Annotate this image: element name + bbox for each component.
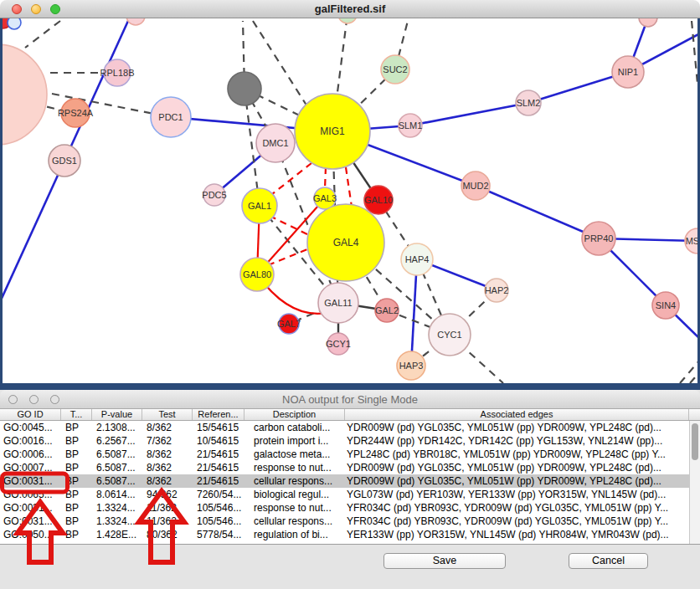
column-header-associated_edges[interactable]: Associated edges (345, 409, 689, 420)
network-border-left (0, 18, 3, 390)
network-edge-blue[interactable] (476, 186, 599, 238)
cell-p_value: 6.5087... (92, 461, 142, 474)
table-row[interactable]: GO:0050...BP1.428E...80/3625778/54...reg… (0, 528, 689, 541)
table-row[interactable]: GO:0065...BP8.0614...94/3627260/54...bio… (0, 488, 689, 501)
cell-associated_edges: YFR034C (pd) YBR093C, YDR009W (pd) YGL03… (345, 501, 689, 515)
cell-associated_edges: YPL248C (pd) YBR018C, YML051W (pp) YDR00… (345, 448, 689, 461)
node-unlabeled[interactable] (126, 18, 145, 25)
cell-p_value: 6.5087... (92, 448, 142, 461)
node-label-pdc1: PDC1 (158, 112, 183, 122)
node-label-mud2: MUD2 (462, 181, 488, 191)
cell-description: biological regul... (244, 488, 345, 501)
network-edge-dash[interactable] (25, 21, 60, 48)
node-label-gal80: GAL80 (243, 269, 271, 279)
node-label-gal3: GAL3 (313, 193, 337, 203)
cell-description: galactose meta... (244, 448, 345, 461)
table-scrollbar[interactable] (689, 421, 700, 544)
scrollbar-thumb[interactable] (692, 423, 698, 460)
app-window: galFiltered.sif RPL18BRPS24AGDS1PDC1DMC1… (0, 0, 700, 589)
window-titlebar: galFiltered.sif (0, 0, 700, 18)
node-unlabeled[interactable] (338, 18, 357, 23)
node-label-gal4: GAL4 (333, 237, 359, 248)
node-label-rps24a: RPS24A (58, 108, 94, 118)
cell-go_id: GO:0031... (0, 515, 61, 528)
network-view[interactable]: RPL18BRPS24AGDS1PDC1DMC1MIG1SUC2SLM1SLM2… (0, 18, 700, 383)
save-button[interactable]: Save (383, 553, 506, 569)
cell-type: BP (61, 528, 92, 541)
column-header-reference[interactable]: Referen... (193, 409, 244, 420)
cell-type: BP (61, 461, 92, 474)
column-header-description[interactable]: Desciption (244, 409, 345, 420)
table-row[interactable]: GO:0016...BP6.2567...7/36210/54615protei… (0, 434, 689, 448)
table-row[interactable]: GO:0031...BP1.3324...11/362105/546...cel… (0, 515, 689, 528)
cell-type: BP (61, 474, 92, 488)
node-label-suc2: SUC2 (383, 64, 407, 74)
column-header-p_value[interactable]: P-value (92, 409, 142, 420)
column-header-go_id[interactable]: GO ID (0, 409, 61, 420)
node-label-hap3: HAP3 (399, 361, 424, 371)
node-label-rpl18b: RPL18B (100, 68, 135, 78)
network-svg[interactable]: RPL18BRPS24AGDS1PDC1DMC1MIG1SUC2SLM1SLM2… (0, 18, 700, 383)
cell-go_id: GO:0016... (0, 434, 61, 448)
cell-associated_edges: YGL073W (pd) YER103W, YER133W (pp) YOR31… (345, 488, 689, 501)
cell-associated_edges: YER133W (pp) YOR315W, YNL145W (pd) YHR08… (345, 528, 689, 541)
node-label-hap2: HAP2 (485, 285, 509, 295)
node-unlabeled[interactable] (0, 44, 47, 145)
node-unlabeled[interactable] (639, 18, 657, 27)
cell-go_id: GO:0065... (0, 488, 61, 501)
column-header-type[interactable]: T... (61, 409, 92, 420)
table-row[interactable]: GO:0007...BP6.5087...8/36221/54615respon… (0, 461, 689, 474)
cell-p_value: 1.3324... (92, 501, 142, 515)
node-label-gal10: GAL10 (364, 195, 393, 205)
cell-go_id: GO:0007... (0, 461, 61, 474)
cell-reference: 21/54615 (193, 448, 244, 461)
table-row[interactable]: GO:0031...BP1.3324...11/362105/546...res… (0, 501, 689, 515)
network-edge-dash[interactable] (692, 21, 697, 84)
noa-footer: Save Cancel (0, 544, 700, 589)
node-label-gal2: GAL2 (375, 305, 399, 315)
cell-p_value: 2.1308... (92, 421, 142, 434)
cancel-button[interactable]: Cancel (569, 553, 648, 569)
network-edge-blue[interactable] (0, 161, 64, 302)
table-row[interactable]: GO:0045...BP2.1308...8/36215/54615carbon… (0, 421, 689, 434)
cell-associated_edges: YDR009W (pd) YGL035C, YML051W (pp) YDR00… (345, 461, 689, 474)
node-label-gds1: GDS1 (52, 156, 77, 166)
network-edge-blue[interactable] (410, 103, 528, 125)
cell-test: 8/362 (142, 448, 193, 461)
cell-associated_edges: YDR009W (pd) YGL035C, YML051W (pp) YDR00… (345, 421, 689, 434)
table-header: GO IDT...P-valueTestReferen...Desciption… (0, 409, 700, 421)
cell-reference: 10/54615 (193, 434, 244, 448)
cell-go_id: GO:0045... (0, 421, 61, 434)
network-edge-reddash[interactable] (346, 167, 352, 207)
cell-go_id: GO:0031... (0, 501, 61, 515)
network-border-bottom (0, 383, 700, 390)
cell-associated_edges: YFR034C (pd) YBR093C, YDR009W (pd) YGL03… (345, 515, 689, 528)
cell-test: 8/362 (142, 421, 193, 434)
cell-description: response to nut... (244, 461, 345, 474)
cell-test: 11/362 (142, 501, 193, 515)
network-edge-blue[interactable] (64, 21, 128, 161)
cell-type: BP (61, 434, 92, 448)
table-body[interactable]: GO:0045...BP2.1308...8/36215/54615carbon… (0, 421, 689, 544)
cell-associated_edges: YDR244W (pp) YDR142C, YDR142C (pp) YGL15… (345, 434, 689, 448)
cell-test: 8/362 (142, 461, 193, 474)
table-row[interactable]: GO:0006...BP6.5087...8/36221/54615galact… (0, 448, 689, 461)
cell-test: 94/362 (142, 488, 193, 501)
node-label-hap4: HAP4 (405, 254, 430, 264)
table-row[interactable]: GO:0031...BP6.5087...8/36221/54615cellul… (0, 474, 689, 488)
cell-description: response to nut... (244, 501, 345, 515)
node-label-dmc1: DMC1 (262, 138, 288, 148)
cell-type: BP (61, 515, 92, 528)
node-unlabeled[interactable] (228, 72, 261, 105)
cell-reference: 5778/54... (193, 528, 244, 541)
column-header-test[interactable]: Test (142, 409, 193, 420)
noa-output-window: NOA output for Single Mode GO IDT...P-va… (0, 390, 700, 589)
cell-p_value: 1.428E... (92, 528, 142, 541)
network-edge-reddash[interactable] (325, 167, 326, 189)
cell-type: BP (61, 488, 92, 501)
cell-p_value: 1.3324... (92, 515, 142, 528)
node-unlabeled[interactable] (8, 18, 21, 29)
cell-reference: 105/546... (193, 515, 244, 528)
cell-associated_edges: YDR009W (pd) YGL035C, YML051W (pp) YDR00… (345, 474, 689, 488)
cell-go_id: GO:0031... (0, 474, 61, 488)
